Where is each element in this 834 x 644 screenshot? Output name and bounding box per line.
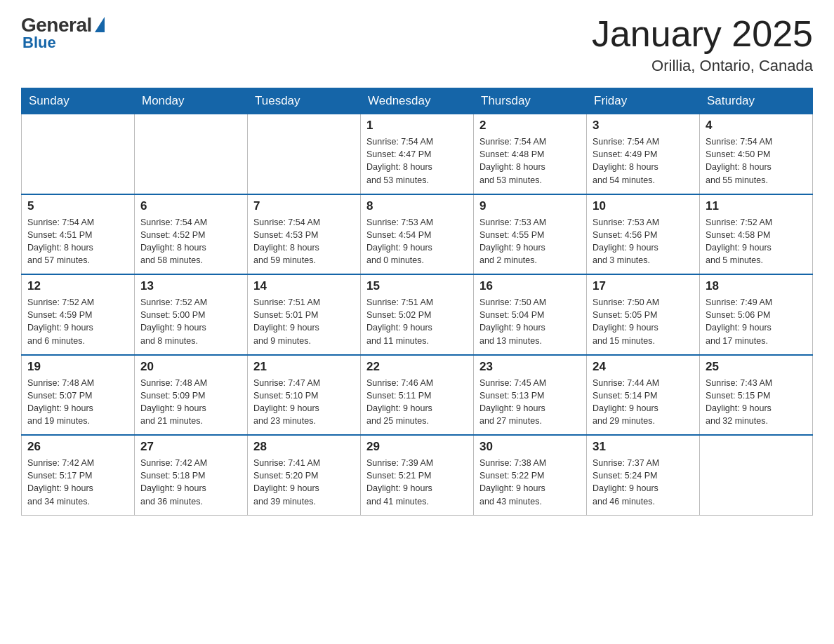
calendar-week-row: 12Sunrise: 7:52 AMSunset: 4:59 PMDayligh… — [22, 274, 813, 355]
calendar-day-cell: 25Sunrise: 7:43 AMSunset: 5:15 PMDayligh… — [700, 355, 813, 436]
day-number: 2 — [479, 119, 581, 133]
calendar-day-cell: 27Sunrise: 7:42 AMSunset: 5:18 PMDayligh… — [135, 435, 248, 515]
day-number: 29 — [366, 440, 468, 454]
calendar-day-cell: 11Sunrise: 7:52 AMSunset: 4:58 PMDayligh… — [700, 194, 813, 275]
calendar-day-cell: 5Sunrise: 7:54 AMSunset: 4:51 PMDaylight… — [22, 194, 135, 275]
day-number: 20 — [140, 360, 241, 374]
day-info: Sunrise: 7:54 AMSunset: 4:53 PMDaylight:… — [253, 216, 355, 267]
calendar-day-cell: 31Sunrise: 7:37 AMSunset: 5:24 PMDayligh… — [587, 435, 700, 515]
day-number: 21 — [253, 360, 355, 374]
day-number: 14 — [253, 279, 355, 293]
day-number: 6 — [140, 199, 241, 213]
day-number: 5 — [27, 199, 128, 213]
calendar-day-cell: 7Sunrise: 7:54 AMSunset: 4:53 PMDaylight… — [248, 194, 361, 275]
day-info: Sunrise: 7:54 AMSunset: 4:52 PMDaylight:… — [140, 216, 241, 267]
day-info: Sunrise: 7:44 AMSunset: 5:14 PMDaylight:… — [593, 377, 694, 428]
day-info: Sunrise: 7:38 AMSunset: 5:22 PMDaylight:… — [479, 457, 581, 508]
calendar-day-cell: 2Sunrise: 7:54 AMSunset: 4:48 PMDaylight… — [474, 114, 587, 194]
calendar-day-cell: 13Sunrise: 7:52 AMSunset: 5:00 PMDayligh… — [135, 274, 248, 355]
day-info: Sunrise: 7:53 AMSunset: 4:54 PMDaylight:… — [366, 216, 468, 267]
day-number: 15 — [366, 279, 468, 293]
day-info: Sunrise: 7:53 AMSunset: 4:56 PMDaylight:… — [593, 216, 694, 267]
calendar-day-cell: 16Sunrise: 7:50 AMSunset: 5:04 PMDayligh… — [474, 274, 587, 355]
calendar-day-cell: 19Sunrise: 7:48 AMSunset: 5:07 PMDayligh… — [22, 355, 135, 436]
calendar-day-cell — [248, 114, 361, 194]
page-header: General Blue January 2025 Orillia, Ontar… — [21, 14, 813, 75]
day-header-wednesday: Wednesday — [361, 88, 474, 114]
day-number: 16 — [479, 279, 581, 293]
day-number: 13 — [140, 279, 241, 293]
day-number: 23 — [479, 360, 581, 374]
day-number: 22 — [366, 360, 468, 374]
day-info: Sunrise: 7:52 AMSunset: 4:58 PMDaylight:… — [706, 216, 807, 267]
day-header-thursday: Thursday — [474, 88, 587, 114]
day-number: 24 — [593, 360, 694, 374]
calendar-day-cell: 8Sunrise: 7:53 AMSunset: 4:54 PMDaylight… — [361, 194, 474, 275]
calendar-day-cell: 30Sunrise: 7:38 AMSunset: 5:22 PMDayligh… — [474, 435, 587, 515]
calendar-table: SundayMondayTuesdayWednesdayThursdayFrid… — [21, 88, 813, 516]
calendar-day-cell — [22, 114, 135, 194]
day-number: 10 — [593, 199, 694, 213]
calendar-day-cell: 4Sunrise: 7:54 AMSunset: 4:50 PMDaylight… — [700, 114, 813, 194]
day-header-friday: Friday — [587, 88, 700, 114]
calendar-day-cell: 23Sunrise: 7:45 AMSunset: 5:13 PMDayligh… — [474, 355, 587, 436]
day-info: Sunrise: 7:42 AMSunset: 5:17 PMDaylight:… — [27, 457, 128, 508]
day-info: Sunrise: 7:41 AMSunset: 5:20 PMDaylight:… — [253, 457, 355, 508]
title-block: January 2025 Orillia, Ontario, Canada — [592, 14, 813, 75]
day-info: Sunrise: 7:48 AMSunset: 5:07 PMDaylight:… — [27, 377, 128, 428]
calendar-day-cell — [700, 435, 813, 515]
logo: General Blue — [21, 14, 105, 52]
day-number: 11 — [706, 199, 807, 213]
day-info: Sunrise: 7:52 AMSunset: 5:00 PMDaylight:… — [140, 296, 241, 347]
day-number: 30 — [479, 440, 581, 454]
day-info: Sunrise: 7:54 AMSunset: 4:51 PMDaylight:… — [27, 216, 128, 267]
day-number: 31 — [593, 440, 694, 454]
day-number: 19 — [27, 360, 128, 374]
day-header-sunday: Sunday — [22, 88, 135, 114]
location-text: Orillia, Ontario, Canada — [592, 57, 813, 75]
day-info: Sunrise: 7:39 AMSunset: 5:21 PMDaylight:… — [366, 457, 468, 508]
day-info: Sunrise: 7:52 AMSunset: 4:59 PMDaylight:… — [27, 296, 128, 347]
calendar-day-cell: 15Sunrise: 7:51 AMSunset: 5:02 PMDayligh… — [361, 274, 474, 355]
day-info: Sunrise: 7:42 AMSunset: 5:18 PMDaylight:… — [140, 457, 241, 508]
calendar-day-cell: 26Sunrise: 7:42 AMSunset: 5:17 PMDayligh… — [22, 435, 135, 515]
calendar-day-cell — [135, 114, 248, 194]
day-info: Sunrise: 7:50 AMSunset: 5:05 PMDaylight:… — [593, 296, 694, 347]
day-number: 18 — [706, 279, 807, 293]
day-number: 28 — [253, 440, 355, 454]
day-info: Sunrise: 7:50 AMSunset: 5:04 PMDaylight:… — [479, 296, 581, 347]
calendar-day-cell: 6Sunrise: 7:54 AMSunset: 4:52 PMDaylight… — [135, 194, 248, 275]
calendar-header-row: SundayMondayTuesdayWednesdayThursdayFrid… — [22, 88, 813, 114]
calendar-day-cell: 17Sunrise: 7:50 AMSunset: 5:05 PMDayligh… — [587, 274, 700, 355]
day-info: Sunrise: 7:46 AMSunset: 5:11 PMDaylight:… — [366, 377, 468, 428]
day-info: Sunrise: 7:54 AMSunset: 4:50 PMDaylight:… — [706, 135, 807, 187]
day-number: 9 — [479, 199, 581, 213]
day-number: 26 — [27, 440, 128, 454]
calendar-week-row: 26Sunrise: 7:42 AMSunset: 5:17 PMDayligh… — [22, 435, 813, 515]
day-number: 17 — [593, 279, 694, 293]
day-info: Sunrise: 7:51 AMSunset: 5:02 PMDaylight:… — [366, 296, 468, 347]
calendar-day-cell: 12Sunrise: 7:52 AMSunset: 4:59 PMDayligh… — [22, 274, 135, 355]
logo-blue-text: Blue — [22, 34, 56, 52]
day-number: 1 — [366, 119, 468, 133]
day-header-tuesday: Tuesday — [248, 88, 361, 114]
day-header-monday: Monday — [135, 88, 248, 114]
calendar-day-cell: 14Sunrise: 7:51 AMSunset: 5:01 PMDayligh… — [248, 274, 361, 355]
calendar-day-cell: 21Sunrise: 7:47 AMSunset: 5:10 PMDayligh… — [248, 355, 361, 436]
calendar-day-cell: 24Sunrise: 7:44 AMSunset: 5:14 PMDayligh… — [587, 355, 700, 436]
day-info: Sunrise: 7:51 AMSunset: 5:01 PMDaylight:… — [253, 296, 355, 347]
month-title: January 2025 — [592, 14, 813, 54]
day-number: 12 — [27, 279, 128, 293]
day-info: Sunrise: 7:47 AMSunset: 5:10 PMDaylight:… — [253, 377, 355, 428]
day-number: 3 — [593, 119, 694, 133]
day-number: 27 — [140, 440, 241, 454]
logo-triangle-icon — [95, 17, 105, 32]
day-number: 25 — [706, 360, 807, 374]
calendar-week-row: 1Sunrise: 7:54 AMSunset: 4:47 PMDaylight… — [22, 114, 813, 194]
day-info: Sunrise: 7:54 AMSunset: 4:47 PMDaylight:… — [366, 135, 468, 187]
calendar-day-cell: 10Sunrise: 7:53 AMSunset: 4:56 PMDayligh… — [587, 194, 700, 275]
day-info: Sunrise: 7:53 AMSunset: 4:55 PMDaylight:… — [479, 216, 581, 267]
day-info: Sunrise: 7:54 AMSunset: 4:49 PMDaylight:… — [593, 135, 694, 187]
day-info: Sunrise: 7:49 AMSunset: 5:06 PMDaylight:… — [706, 296, 807, 347]
calendar-day-cell: 22Sunrise: 7:46 AMSunset: 5:11 PMDayligh… — [361, 355, 474, 436]
